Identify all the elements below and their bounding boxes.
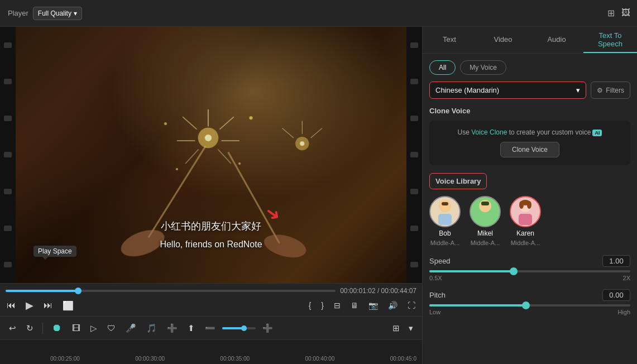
progress-thumb[interactable]	[75, 288, 82, 294]
grid-icon[interactable]: ⊞	[607, 8, 615, 18]
voice-desc-bob: Middle-A...	[430, 240, 460, 246]
film-hole	[4, 189, 12, 194]
pitch-track[interactable]	[429, 304, 630, 306]
quality-dropdown[interactable]: Full Quality ▾	[33, 7, 82, 20]
volume-button[interactable]: 🔊	[387, 300, 399, 311]
top-bar-icons: ⊞ 🖼	[607, 8, 637, 18]
video-preview: ➜ 小红书的朋友们大家好 Hello, friends on RedNote	[0, 27, 422, 283]
avatar-bob	[429, 196, 461, 227]
pitch-fill	[429, 304, 526, 306]
main-area: ➜ 小红书的朋友们大家好 Hello, friends on RedNote	[0, 27, 637, 364]
split-button[interactable]: ⊟	[333, 300, 342, 311]
record-button[interactable]: ⏺	[49, 320, 65, 336]
volume-thumb[interactable]	[241, 325, 247, 331]
svg-point-34	[519, 201, 524, 209]
player-label: Player	[0, 9, 33, 17]
voice-name-bob: Bob	[439, 229, 451, 237]
my-voice-tab[interactable]: My Voice	[460, 60, 506, 75]
screen-button[interactable]: 🖥	[349, 300, 360, 311]
mic-button[interactable]: 🎤	[122, 321, 140, 336]
skip-back-button[interactable]: ⏮	[6, 299, 17, 312]
skip-forward-button[interactable]: ⏭	[42, 299, 54, 312]
voice-clone-link[interactable]: Voice Clone	[471, 128, 507, 136]
add-media-button[interactable]: ➕	[164, 321, 181, 336]
progress-track[interactable]	[6, 290, 336, 292]
film-hole	[410, 79, 418, 84]
film-hole	[410, 262, 418, 267]
film-hole	[4, 226, 12, 231]
dropdown-arrow-icon: ▾	[576, 86, 580, 94]
svg-point-11	[249, 116, 252, 119]
svg-line-9	[218, 149, 231, 164]
svg-rect-25	[442, 202, 448, 205]
plus-button[interactable]: ➕	[259, 321, 276, 336]
speed-value: 1.00	[602, 255, 630, 267]
forward-button[interactable]: ↻	[23, 321, 37, 336]
avatar-mikel	[470, 196, 501, 227]
time-separator: /	[377, 287, 381, 295]
tab-tts[interactable]: Text To Speech	[583, 27, 637, 53]
speed-thumb[interactable]	[510, 267, 518, 275]
play-button[interactable]: ▶	[25, 298, 35, 313]
bracket-close-button[interactable]: }	[320, 300, 325, 311]
voice-desc-karen: Middle-A...	[511, 240, 540, 246]
voice-item-karen[interactable]: Karen Middle-A...	[510, 196, 541, 246]
music-button[interactable]: 🎵	[143, 321, 160, 336]
all-voices-tab[interactable]: All	[429, 60, 456, 75]
tab-text[interactable]: Text	[423, 27, 476, 53]
timestamp-4: 00:00:40:00	[305, 356, 335, 362]
fullscreen-button[interactable]: ⛶	[406, 300, 416, 311]
film-hole	[4, 152, 12, 157]
crop-button[interactable]: ⬜	[61, 299, 75, 312]
svg-point-35	[527, 201, 531, 209]
timeline-ruler: 00:00:25:00 00:00:30:00 00:00:35:00 00:0…	[0, 339, 422, 364]
film-hole	[410, 116, 418, 121]
voice-name-karen: Karen	[516, 229, 534, 237]
tab-video[interactable]: Video	[476, 27, 530, 53]
film-hole	[410, 189, 418, 194]
speed-label: Speed	[429, 257, 451, 265]
timestamp-1: 00:00:25:00	[50, 356, 80, 362]
pitch-thumb[interactable]	[522, 301, 530, 309]
filter-button[interactable]: ⚙ Filters	[591, 82, 630, 99]
volume-slider[interactable]	[222, 327, 256, 329]
pitch-label: Pitch	[429, 291, 446, 299]
controls-row: ⏮ ▶ ⏭ ⬜ { } ⊟ 🖥 📷 🔊 ⛶	[6, 298, 416, 313]
film-hole	[4, 79, 12, 84]
svg-line-19	[282, 128, 294, 138]
import-button[interactable]: ⬆	[184, 321, 198, 336]
bracket-open-button[interactable]: {	[308, 300, 313, 311]
language-dropdown[interactable]: Chinese (Mandarin) ▾	[429, 82, 586, 99]
speed-fill	[429, 270, 514, 272]
voice-item-bob[interactable]: Bob Middle-A...	[429, 196, 461, 246]
zoom-controls: ⊞ ▾	[389, 321, 416, 336]
minus-button[interactable]: ➖	[202, 321, 219, 336]
top-bar: Player Full Quality ▾ ⊞ 🖼	[0, 0, 637, 27]
grid-view-button[interactable]: ⊞	[389, 321, 403, 336]
clone-voice-button[interactable]: Clone Voice	[500, 142, 559, 157]
dropdown-button[interactable]: ▾	[405, 321, 416, 336]
film-hole	[4, 262, 12, 267]
svg-point-14	[176, 168, 178, 170]
right-tabs: Text Video Audio Text To Speech	[423, 27, 637, 54]
clone-voice-box: Use Voice Clone to create your custom vo…	[429, 121, 630, 165]
shield-button[interactable]: 🛡	[104, 321, 119, 335]
speed-track[interactable]	[429, 270, 630, 272]
language-filter-row: Chinese (Mandarin) ▾ ⚙ Filters	[429, 82, 630, 99]
total-time: 00:00:44:07	[381, 287, 416, 295]
svg-rect-27	[478, 214, 492, 225]
undo-button[interactable]: ↩	[6, 321, 20, 336]
language-value: Chinese (Mandarin)	[435, 86, 499, 94]
voice-item-mikel[interactable]: Mikel Middle-A...	[470, 196, 501, 246]
speed-range-labels: 0.5X 2X	[429, 275, 630, 281]
media-button[interactable]: 🎞	[69, 321, 84, 335]
voice-desc-mikel: Middle-A...	[471, 240, 500, 246]
tab-audio[interactable]: Audio	[530, 27, 583, 53]
film-hole	[410, 226, 418, 231]
subtitle-chinese: 小红书的朋友们大家好	[161, 219, 261, 233]
separator	[42, 323, 43, 334]
image-icon[interactable]: 🖼	[621, 8, 630, 18]
play-small-button[interactable]: ▷	[87, 321, 100, 336]
playback-controls: 00:00:01:02 / 00:00:44:07 Play Space ⏮ ▶…	[0, 283, 422, 316]
camera-button[interactable]: 📷	[367, 300, 379, 311]
